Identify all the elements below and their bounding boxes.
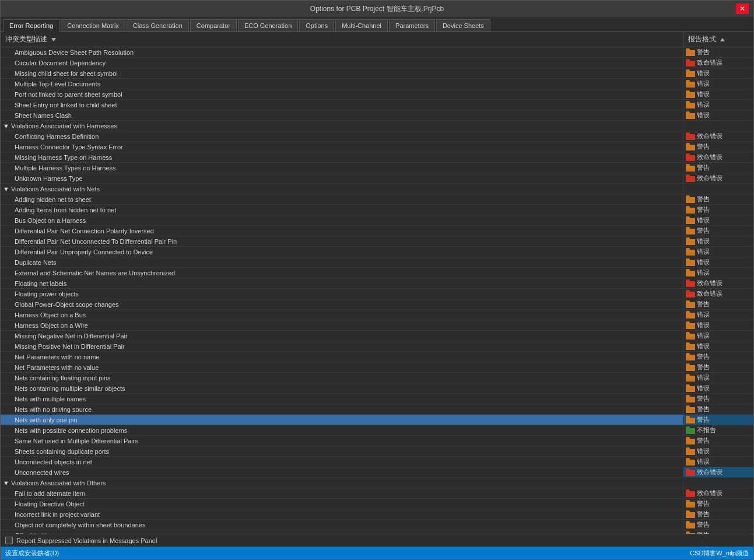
table-row[interactable]: Floating Directive Object警告 (1, 499, 753, 509)
cell-format[interactable]: 警告 (683, 404, 753, 414)
cell-format[interactable]: 警告 (683, 142, 753, 152)
cell-format[interactable]: 警告 (683, 499, 753, 509)
tab-multi-channel[interactable]: Multi-Channel (335, 19, 388, 32)
tab-connection-matrix[interactable]: Connection Matrix (61, 19, 125, 32)
table-row[interactable]: Harness Connector Type Syntax Error警告 (1, 142, 753, 152)
table-row[interactable]: Adding Items from hidden net to net警告 (1, 205, 753, 215)
tab-options[interactable]: Options (299, 19, 334, 32)
cell-format[interactable]: 错误 (683, 110, 753, 120)
table-row[interactable]: Nets with no driving source警告 (1, 404, 753, 415)
table-row[interactable]: Ambiguous Device Sheet Path Resolution警告 (1, 47, 753, 58)
tab-parameters[interactable]: Parameters (389, 19, 435, 32)
table-row[interactable]: Multiple Top-Level Documents错误 (1, 79, 753, 89)
cell-format[interactable]: 致命错误 (683, 152, 753, 162)
table-row[interactable]: Same Net used in Multiple Differential P… (1, 436, 753, 446)
table-row[interactable]: Multiple Harness Types on Harness警告 (1, 163, 753, 173)
table-row[interactable]: Floating net labels致命错误 (1, 278, 753, 289)
table-row[interactable]: Sheet Names Clash错误 (1, 110, 753, 121)
cell-format[interactable]: 错误 (683, 341, 753, 351)
table-row[interactable]: Port not linked to parent sheet symbol错误 (1, 89, 753, 100)
cell-format[interactable]: 警告 (683, 194, 753, 204)
cell-format[interactable]: 错误 (683, 89, 753, 99)
cell-format[interactable]: 警告 (683, 362, 753, 372)
cell-format[interactable]: 警告 (683, 352, 753, 362)
cell-format[interactable]: 警告 (683, 509, 753, 519)
table-row[interactable]: ▼ Violations Associated with Others (1, 478, 753, 488)
cell-format[interactable]: 致命错误 (683, 173, 753, 183)
cell-format[interactable]: 错误 (683, 68, 753, 78)
tab-error-reporting[interactable]: Error Reporting (3, 19, 59, 32)
cell-format[interactable]: 错误 (683, 268, 753, 278)
cell-format[interactable]: 致命错误 (683, 467, 753, 477)
cell-format[interactable]: 致命错误 (683, 278, 753, 288)
cell-format[interactable]: 不报告 (683, 425, 753, 435)
table-row[interactable]: Net Parameters with no value警告 (1, 362, 753, 373)
cell-format[interactable]: 错误 (683, 257, 753, 267)
table-row[interactable]: Circular Document Dependency致命错误 (1, 58, 753, 68)
table-row[interactable]: Unconnected objects in net错误 (1, 457, 753, 467)
table-row[interactable]: ▼ Violations Associated with Harnesses (1, 121, 753, 131)
table-row[interactable]: Incorrect link in project variant警告 (1, 509, 753, 520)
table-row[interactable]: Differential Pair Unproperly Connected t… (1, 247, 753, 257)
table-row[interactable]: Global Power-Object scope changes警告 (1, 299, 753, 310)
table-row[interactable]: ▼ Violations Associated with Nets (1, 184, 753, 194)
suppress-violations-checkbox[interactable] (5, 537, 13, 544)
status-left[interactable]: 设置成安装缺省(D) (5, 549, 59, 558)
cell-format[interactable]: 错误 (683, 79, 753, 89)
table-row[interactable]: Unknown Harness Type致命错误 (1, 173, 753, 184)
cell-format[interactable]: 错误 (683, 320, 753, 330)
table-row[interactable]: Duplicate Nets错误 (1, 257, 753, 268)
table-row[interactable]: Net Parameters with no name警告 (1, 352, 753, 362)
table-row[interactable]: Nets with possible connection problems不报… (1, 425, 753, 436)
table-row[interactable]: Missing Negative Net in Differential Pai… (1, 331, 753, 341)
cell-format[interactable]: 警告 (683, 299, 753, 309)
cell-format[interactable]: 错误 (683, 446, 753, 456)
cell-format[interactable]: 警告 (683, 520, 753, 530)
cell-format[interactable]: 错误 (683, 331, 753, 341)
tab-eco-generation[interactable]: ECO Generation (238, 19, 298, 32)
table-row[interactable]: Nets containing floating input pins错误 (1, 373, 753, 383)
table-row[interactable]: Sheets containing duplicate ports错误 (1, 446, 753, 457)
table-row[interactable]: Missing Harness Type on Harness致命错误 (1, 152, 753, 163)
table-scroll[interactable]: Ambiguous Device Sheet Path Resolution警告… (1, 47, 753, 534)
cell-format[interactable]: 错误 (683, 247, 753, 257)
table-row[interactable]: Differential Pair Net Connection Polarit… (1, 226, 753, 236)
cell-format[interactable]: 错误 (683, 383, 753, 393)
table-row[interactable]: Fail to add alternate item致命错误 (1, 488, 753, 499)
table-row[interactable]: External and Schematic Net Names are Uns… (1, 268, 753, 278)
table-row[interactable]: Object not completely within sheet bound… (1, 520, 753, 530)
tab-class-generation[interactable]: Class Generation (127, 19, 189, 32)
table-row[interactable]: Floating power objects致命错误 (1, 289, 753, 299)
table-row[interactable]: Unconnected wires致命错误 (1, 467, 753, 478)
table-row[interactable]: Conflicting Harness Definition致命错误 (1, 131, 753, 142)
cell-format[interactable]: 错误 (683, 457, 753, 467)
table-row[interactable]: Differential Pair Net Unconnected To Dif… (1, 236, 753, 247)
cell-format[interactable]: 致命错误 (683, 289, 753, 299)
close-button[interactable]: ✕ (736, 4, 749, 14)
tab-device-sheets[interactable]: Device Sheets (436, 19, 490, 32)
cell-format[interactable]: 错误 (683, 215, 753, 225)
cell-format[interactable]: 错误 (683, 100, 753, 110)
cell-format[interactable]: 错误 (683, 310, 753, 320)
cell-format[interactable]: 致命错误 (683, 58, 753, 68)
table-row[interactable]: Nets with multiple names警告 (1, 394, 753, 404)
table-row[interactable]: Harness Object on a Wire错误 (1, 320, 753, 331)
cell-format[interactable]: 错误 (683, 236, 753, 246)
cell-format[interactable]: 警告 (683, 205, 753, 215)
cell-format[interactable]: 警告 (683, 394, 753, 404)
cell-format[interactable]: 警告 (683, 47, 753, 57)
tab-comparator[interactable]: Comparator (190, 19, 237, 32)
table-row[interactable]: Bus Object on a Harness错误 (1, 215, 753, 226)
cell-format[interactable]: 警告 (683, 436, 753, 446)
cell-format[interactable]: 警告 (683, 415, 753, 425)
cell-format[interactable]: 警告 (683, 226, 753, 236)
table-row[interactable]: Nets containing multiple similar objects… (1, 383, 753, 394)
cell-format[interactable]: 致命错误 (683, 131, 753, 141)
cell-format[interactable]: 错误 (683, 373, 753, 383)
table-row[interactable]: Missing Positive Net in Differential Pai… (1, 341, 753, 352)
table-row[interactable]: Nets with only one pin警告 (1, 415, 753, 425)
table-row[interactable]: Missing child sheet for sheet symbol错误 (1, 68, 753, 79)
table-row[interactable]: Sheet Entry not linked to child sheet错误 (1, 100, 753, 110)
table-row[interactable]: Harness Object on a Bus错误 (1, 310, 753, 320)
cell-format[interactable]: 警告 (683, 163, 753, 173)
